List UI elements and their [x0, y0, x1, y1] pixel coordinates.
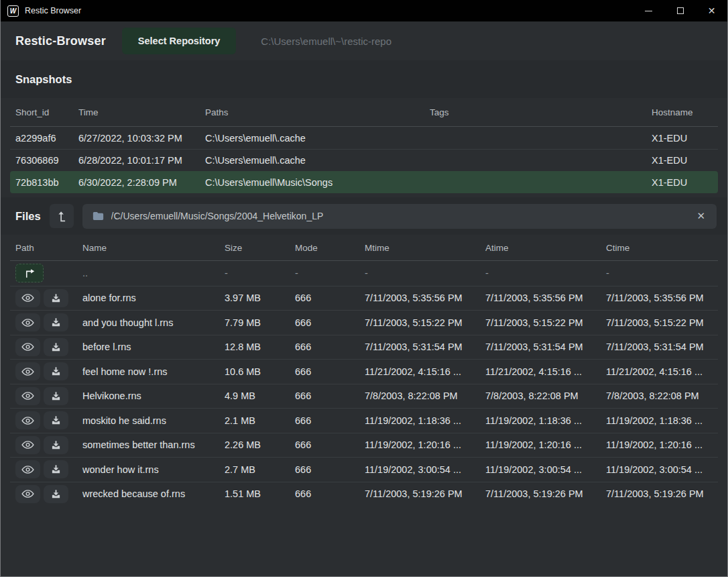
up-level-button[interactable] [50, 204, 74, 228]
cell-atime: 7/11/2003, 5:15:22 PM [485, 317, 606, 328]
minimize-icon [645, 11, 652, 11]
cell-hostname: X1-EDU [652, 177, 718, 188]
arrow-up-right-icon [23, 268, 36, 278]
download-icon [51, 317, 61, 327]
file-row[interactable]: and you thought l.rns7.79 MB6667/11/2003… [10, 310, 718, 335]
app-title: Restic-Browser [15, 34, 106, 48]
preview-file-button[interactable] [15, 411, 40, 429]
preview-file-button[interactable] [15, 289, 40, 307]
cell-size: 3.97 MB [225, 293, 295, 303]
column-atime: Atime [485, 243, 606, 253]
cell-name: before l.rns [82, 342, 225, 352]
file-row[interactable]: wonder how it.rns2.7 MB66611/19/2002, 3:… [10, 457, 718, 482]
download-file-button[interactable] [44, 436, 68, 454]
download-file-button[interactable] [44, 313, 68, 331]
download-file-button[interactable] [44, 362, 68, 380]
select-repository-button[interactable]: Select Repository [122, 28, 237, 54]
snapshot-row[interactable]: 763068696/28/2022, 10:01:17 PMC:\Users\e… [10, 149, 718, 171]
parent-dir-button[interactable] [15, 264, 44, 282]
cell-name: moskito he said.rns [82, 415, 225, 426]
cell-name: sometimes better than.rns [82, 439, 225, 450]
cell-ctime: 7/11/2003, 5:15:22 PM [606, 317, 718, 328]
snapshot-row[interactable]: a2299af66/27/2022, 10:03:32 PMC:\Users\e… [10, 127, 718, 149]
preview-file-button[interactable] [15, 485, 40, 503]
cell-atime: 7/11/2003, 5:35:56 PM [485, 293, 606, 303]
minimize-button[interactable] [633, 0, 664, 21]
cell-size: 4.9 MB [225, 390, 295, 401]
file-row[interactable]: wrecked because of.rns1.51 MB6667/11/200… [10, 482, 718, 507]
cell-mtime: 7/11/2003, 5:15:22 PM [365, 317, 485, 328]
download-file-button[interactable] [44, 289, 68, 307]
cell-mtime: - [365, 268, 485, 278]
cell-size: - [225, 268, 295, 278]
preview-file-button[interactable] [15, 362, 40, 380]
download-file-button[interactable] [44, 460, 68, 478]
file-row[interactable]: moskito he said.rns2.1 MB66611/19/2002, … [10, 408, 718, 433]
cell-mode: 666 [295, 488, 365, 499]
files-section-header: Files /C/Users/emuell/Music/Songs/2004_H… [1, 197, 727, 235]
cell-size: 7.79 MB [225, 317, 295, 328]
eye-icon [21, 367, 34, 376]
maximize-button[interactable] [664, 0, 696, 21]
parent-dir-row[interactable]: ..----- [10, 261, 718, 286]
eye-icon [21, 465, 34, 474]
preview-file-button[interactable] [15, 436, 40, 454]
preview-file-button[interactable] [15, 460, 40, 478]
download-file-button[interactable] [44, 338, 68, 356]
cell-ctime: 11/19/2002, 1:20:16 ... [606, 439, 718, 450]
eye-icon [21, 489, 34, 499]
cell-atime: 7/8/2003, 8:22:08 PM [485, 390, 606, 401]
preview-file-button[interactable] [15, 338, 40, 356]
close-button[interactable]: ✕ [696, 0, 727, 21]
maximize-icon [677, 7, 684, 14]
column-mode: Mode [295, 243, 365, 253]
cell-atime: 7/11/2003, 5:19:26 PM [485, 488, 606, 499]
eye-icon [21, 293, 34, 303]
row-actions [15, 338, 82, 356]
file-row[interactable]: alone for.rns3.97 MB6667/11/2003, 5:35:5… [10, 286, 718, 311]
cell-name: wrecked because of.rns [82, 488, 225, 499]
eye-icon [21, 416, 34, 425]
download-file-button[interactable] [44, 411, 68, 429]
repository-path: C:\Users\emuell\~\restic-repo [261, 36, 391, 47]
column-size: Size [225, 243, 295, 253]
preview-file-button[interactable] [15, 313, 40, 331]
files-current-path: /C/Users/emuell/Music/Songs/2004_Helveti… [111, 211, 688, 221]
file-row[interactable]: before l.rns12.8 MB6667/11/2003, 5:31:54… [10, 335, 718, 360]
cell-name: and you thought l.rns [82, 317, 225, 328]
eye-icon [21, 342, 34, 352]
cell-size: 2.1 MB [225, 415, 295, 426]
file-row[interactable]: Helvikone.rns4.9 MB6667/8/2003, 8:22:08 … [10, 384, 718, 409]
column-path: Path [15, 243, 82, 253]
cell-atime: 11/19/2002, 1:20:16 ... [485, 439, 606, 450]
cell-ctime: 11/21/2002, 4:15:16 ... [606, 366, 718, 377]
column-ctime: Ctime [606, 243, 718, 253]
cell-size: 2.7 MB [225, 464, 295, 475]
app-window: W Restic Browser ✕ Restic-Browser Select… [0, 0, 728, 577]
files-table-body: ..-----alone for.rns3.97 MB6667/11/2003,… [1, 261, 727, 506]
download-file-button[interactable] [44, 485, 68, 503]
clear-path-button[interactable]: ✕ [695, 210, 707, 222]
files-title: Files [15, 210, 41, 223]
column-name: Name [82, 243, 225, 253]
eye-icon [21, 391, 34, 401]
cell-mode: - [295, 268, 365, 278]
download-icon [51, 342, 61, 352]
preview-file-button[interactable] [15, 387, 40, 405]
cell-hostname: X1-EDU [652, 155, 718, 166]
cell-mode: 666 [295, 293, 365, 303]
arrow-up-from-line-icon [57, 211, 66, 222]
file-row[interactable]: feel home now !.rns10.6 MB66611/21/2002,… [10, 359, 718, 384]
cell-mode: 666 [295, 464, 365, 475]
cell-ctime: 7/8/2003, 8:22:08 PM [606, 390, 718, 401]
file-row[interactable]: sometimes better than.rns2.26 MB66611/19… [10, 433, 718, 458]
snapshot-row[interactable]: 72b813bb6/30/2022, 2:28:09 PMC:\Users\em… [10, 171, 718, 193]
download-icon [51, 293, 61, 303]
download-file-button[interactable] [44, 387, 68, 405]
snapshots-table-header: Short_id Time Paths Tags Hostname [10, 98, 718, 127]
eye-icon [21, 440, 34, 450]
cell-mtime: 7/11/2003, 5:19:26 PM [365, 488, 485, 499]
row-actions [15, 436, 82, 454]
column-time: Time [78, 107, 205, 117]
column-short-id: Short_id [15, 107, 78, 117]
